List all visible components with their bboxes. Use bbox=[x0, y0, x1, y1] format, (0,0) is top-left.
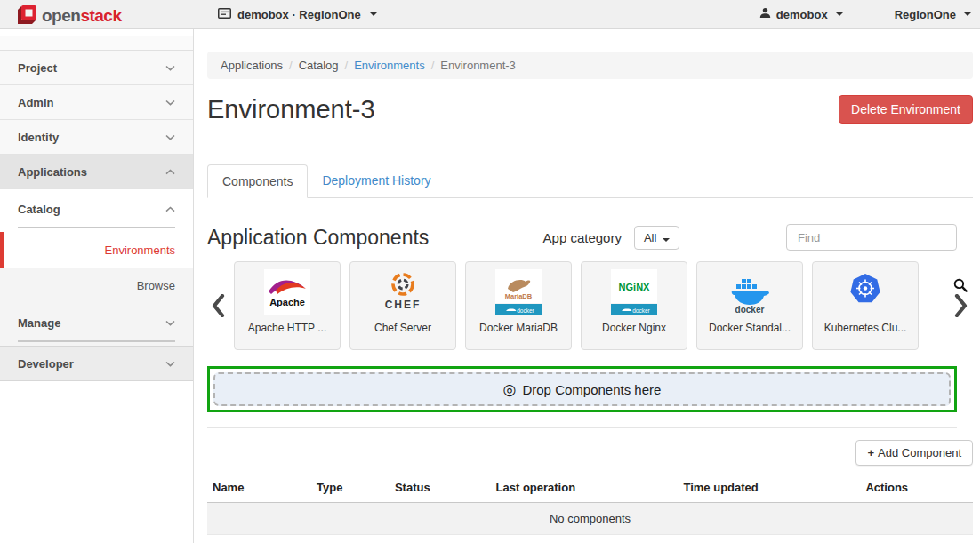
chevron-down-icon bbox=[165, 361, 175, 367]
app-card-docker-nginx[interactable]: NGiNX docker Docker Nginx bbox=[581, 261, 687, 350]
sidebar-item-label: Project bbox=[18, 61, 57, 75]
chevron-down-icon bbox=[836, 12, 843, 16]
sidebar-item-label: Identity bbox=[18, 131, 59, 144]
chevron-down-icon bbox=[663, 238, 670, 242]
app-category-label: App category bbox=[543, 230, 622, 245]
sidebar-item-admin[interactable]: Admin bbox=[0, 85, 193, 120]
app-carousel: Apache Apache HTTP ... CHEF Chef Server bbox=[207, 261, 957, 350]
add-component-button[interactable]: +Add Component bbox=[855, 440, 973, 466]
app-card-chef[interactable]: CHEF Chef Server bbox=[349, 261, 456, 350]
sidebar-item-label: Manage bbox=[18, 316, 60, 330]
svg-text:NGiNX: NGiNX bbox=[619, 282, 651, 292]
region-menu-label: RegionOne bbox=[895, 8, 956, 21]
logo-word-stack: stack bbox=[80, 6, 121, 25]
chevron-down-icon bbox=[165, 100, 175, 106]
sidebar-item-applications[interactable]: Applications bbox=[0, 155, 193, 189]
breadcrumb-current: Environment-3 bbox=[440, 59, 516, 72]
sidebar-item-manage[interactable]: Manage bbox=[0, 303, 193, 342]
empty-message: No components bbox=[207, 503, 973, 535]
svg-text:docker: docker bbox=[735, 305, 765, 315]
app-card-label: Docker MariaDB bbox=[479, 322, 558, 334]
sidebar-group: Browse Manage bbox=[0, 268, 193, 346]
chevron-up-icon bbox=[165, 206, 175, 212]
carousel-next-button[interactable] bbox=[950, 261, 971, 350]
sidebar-item-project[interactable]: Project bbox=[0, 51, 193, 85]
region-menu[interactable]: RegionOne bbox=[895, 8, 971, 21]
page-title: Environment-3 bbox=[207, 95, 375, 124]
col-header-status: Status bbox=[390, 473, 491, 503]
openstack-logo[interactable]: openstack bbox=[16, 4, 122, 28]
breadcrumb-environments-link[interactable]: Environments bbox=[354, 59, 424, 72]
sidebar-item-label: Applications bbox=[18, 165, 87, 179]
main-content: Applications/Catalog/Environments/Enviro… bbox=[195, 29, 980, 543]
target-icon: ◎ bbox=[503, 380, 517, 399]
divider bbox=[18, 227, 175, 228]
chevron-down-icon bbox=[370, 12, 377, 16]
app-card-kubernetes[interactable]: Kubernetes Clu... bbox=[812, 261, 919, 350]
components-panel: Application Components App category All … bbox=[207, 223, 973, 428]
svg-text:MariaDB: MariaDB bbox=[505, 292, 533, 300]
user-icon bbox=[759, 7, 771, 21]
plus-icon: + bbox=[867, 446, 874, 459]
mariadb-docker-logo: MariaDB docker bbox=[495, 269, 542, 315]
user-menu[interactable]: demobox bbox=[759, 7, 843, 21]
kubernetes-logo bbox=[842, 269, 888, 315]
chevron-left-icon bbox=[212, 294, 225, 317]
app-card-label: Docker Standal... bbox=[709, 322, 791, 334]
category-dropdown[interactable]: All bbox=[634, 226, 679, 250]
sidebar-item-identity[interactable]: Identity bbox=[0, 120, 193, 155]
chevron-down-icon bbox=[165, 320, 175, 326]
app-card-label: Docker Nginx bbox=[602, 322, 666, 334]
col-header-name: Name bbox=[207, 473, 311, 503]
col-header-actions: Actions bbox=[860, 473, 973, 503]
sidebar-item-label: Catalog bbox=[18, 203, 60, 216]
svg-text:docker: docker bbox=[632, 307, 650, 314]
tab-components[interactable]: Components bbox=[207, 164, 308, 198]
find-input[interactable] bbox=[786, 224, 957, 251]
app-card-label: Apache HTTP ... bbox=[248, 322, 326, 334]
breadcrumb-applications: Applications bbox=[221, 59, 283, 72]
panel-icon bbox=[218, 8, 231, 21]
sidebar-item-label: Admin bbox=[18, 96, 53, 109]
app-card-apache[interactable]: Apache Apache HTTP ... bbox=[234, 261, 341, 350]
logo-word-open: open bbox=[42, 6, 80, 25]
divider bbox=[18, 340, 175, 342]
app-card-label: Kubernetes Clu... bbox=[824, 322, 907, 334]
drop-components-zone[interactable]: ◎ Drop Components here bbox=[207, 366, 957, 412]
divider bbox=[207, 427, 957, 428]
docker-logo: docker bbox=[727, 269, 773, 315]
col-header-type: Type bbox=[311, 473, 390, 503]
section-heading: Application Components bbox=[207, 226, 429, 250]
chevron-down-icon bbox=[165, 134, 175, 140]
search-icon[interactable] bbox=[953, 278, 968, 292]
chevron-down-icon bbox=[964, 12, 971, 16]
switcher-label: demobox · RegionOne bbox=[237, 8, 361, 21]
sidebar-item-label: Environments bbox=[105, 244, 175, 257]
tab-deployment-history[interactable]: Deployment History bbox=[308, 164, 445, 197]
tab-bar: Components Deployment History bbox=[207, 164, 973, 198]
components-table: Name Type Status Last operation Time upd… bbox=[207, 473, 973, 535]
app-card-docker-standalone[interactable]: docker Docker Standal... bbox=[696, 261, 803, 350]
carousel-prev-button[interactable] bbox=[207, 261, 229, 350]
col-header-time-updated: Time updated bbox=[678, 473, 860, 503]
svg-text:docker: docker bbox=[517, 307, 534, 314]
top-navbar: openstack demobox · RegionOne demobox Re… bbox=[0, 0, 980, 29]
dropzone-text: Drop Components here bbox=[522, 382, 661, 397]
chevron-down-icon bbox=[165, 65, 175, 71]
sidebar-item-environments[interactable]: Environments bbox=[0, 232, 193, 268]
svg-text:CHEF: CHEF bbox=[385, 299, 422, 311]
app-card-label: Chef Server bbox=[374, 322, 431, 334]
sidebar-item-developer[interactable]: Developer bbox=[0, 346, 193, 381]
app-card-docker-mariadb[interactable]: MariaDB docker Docker MariaDB bbox=[465, 261, 572, 350]
project-region-switcher[interactable]: demobox · RegionOne bbox=[218, 0, 377, 28]
sidebar-item-browse[interactable]: Browse bbox=[0, 268, 193, 303]
empty-row: No components bbox=[207, 503, 973, 535]
chevron-right-icon bbox=[954, 294, 968, 317]
sidebar-item-label: Developer bbox=[18, 357, 74, 371]
col-header-last-operation: Last operation bbox=[491, 473, 679, 503]
openstack-cube-icon bbox=[16, 4, 37, 28]
sidebar-item-catalog[interactable]: Catalog bbox=[0, 189, 193, 228]
sidebar-item-label: Browse bbox=[137, 279, 175, 292]
chef-logo: CHEF bbox=[380, 269, 426, 315]
delete-environment-button[interactable]: Delete Environment bbox=[839, 95, 973, 124]
